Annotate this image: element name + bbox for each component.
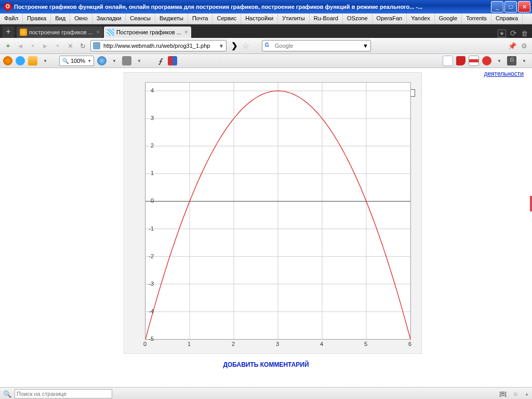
globe-icon[interactable] (16, 56, 25, 65)
settings-gear-icon[interactable]: ⚙ (520, 41, 529, 50)
chart-svg (145, 83, 410, 339)
search-icon: 🔍 (3, 390, 11, 398)
opera-download-icon[interactable] (456, 56, 466, 65)
menu-google[interactable]: Google (435, 14, 462, 24)
url-field[interactable]: ▼ (90, 40, 227, 51)
toolbar-dropdown[interactable]: ▼ (135, 56, 144, 65)
toolbar-dropdown[interactable]: ▼ (41, 56, 50, 65)
bookmark-star-icon[interactable]: ★ (498, 30, 506, 37)
site-icon (93, 42, 100, 49)
reload-button[interactable]: ↻ (78, 41, 87, 50)
menu-вид[interactable]: Вид (51, 14, 70, 24)
smiley-icon[interactable]: ☺ (513, 391, 518, 397)
search-dropdown-icon[interactable]: ▼ (363, 43, 368, 49)
magnifier-icon: 🔍 (62, 58, 69, 64)
minimize-button[interactable]: _ (491, 1, 503, 12)
maximize-button[interactable]: □ (504, 1, 517, 12)
tab-label: Построение графиков ... (116, 29, 181, 35)
trash-icon[interactable]: 🗑 (521, 30, 528, 37)
pin-icon[interactable]: 📌 (508, 42, 516, 50)
forward-button[interactable]: ► (41, 41, 50, 50)
url-dropdown-icon[interactable]: ▼ (219, 43, 224, 49)
printer-icon[interactable]: ⎙ (507, 56, 516, 65)
go-button[interactable]: ❯ (230, 41, 239, 50)
menu-ru-board[interactable]: Ru-Board (310, 14, 343, 24)
menu-закладки[interactable]: Закладки (92, 14, 126, 24)
folder-icon[interactable] (28, 56, 37, 65)
menu-сеансы[interactable]: Сеансы (126, 14, 155, 24)
favorite-star-icon[interactable]: ☆ (242, 41, 249, 51)
y-tick: 4 (151, 87, 154, 94)
grid-icon[interactable] (122, 56, 131, 65)
tab-close-icon[interactable]: × (96, 29, 100, 36)
menu-yandex[interactable]: Yandex (407, 14, 435, 24)
find-input[interactable] (15, 389, 112, 398)
toolbar-dropdown[interactable]: ▼ (495, 56, 504, 65)
y-tick: -4 (149, 308, 154, 314)
secondary-toolbar: ▼ 🔍 100% ▼ ▼ ▼ ⨍ ▼ ⎙ ▼ (0, 54, 532, 68)
tab-active[interactable]: Построение графиков ... × (104, 26, 191, 38)
forward-dropdown[interactable]: ▼ (53, 41, 62, 50)
x-tick: 4 (320, 341, 323, 347)
indicator-badge[interactable]: [В] (499, 391, 506, 397)
world-icon[interactable] (97, 56, 107, 65)
menu-operafan[interactable]: OperaFan (373, 14, 407, 24)
menu-bar: ФайлПравкаВидОкноЗакладкиСеансыВиджетыПо… (0, 14, 532, 24)
lightning-icon[interactable]: ⨍ (155, 56, 165, 65)
search-field[interactable]: ▼ (262, 40, 371, 51)
menu-файл[interactable]: Файл (0, 14, 23, 24)
flag-icon[interactable] (168, 56, 177, 65)
toolbar-dropdown[interactable]: ▼ (110, 56, 119, 65)
flag2-icon[interactable] (469, 56, 479, 66)
toolbar-dropdown[interactable]: ▼ (520, 56, 529, 65)
x-tick: 2 (232, 341, 235, 347)
tab-bar: + построение графиков ... × Построение г… (0, 24, 532, 38)
chart-container: -5-4-3-2-101234 0123456 (124, 72, 422, 354)
tab-close-icon[interactable]: × (184, 29, 188, 36)
menu-oszone[interactable]: OSzone (343, 14, 373, 24)
url-input[interactable] (102, 42, 219, 49)
menu-правка[interactable]: Правка (23, 14, 51, 24)
firefox-icon[interactable] (3, 56, 12, 65)
menu-виджеты[interactable]: Виджеты (155, 14, 188, 24)
menu-torrents[interactable]: Torrents (462, 14, 491, 24)
tab-favicon (107, 29, 114, 36)
menu-сервис[interactable]: Сервис (212, 14, 241, 24)
plot-area (145, 82, 411, 340)
menu-настройки[interactable]: Настройки (241, 14, 278, 24)
zoom-control[interactable]: 🔍 100% ▼ (59, 56, 94, 66)
x-tick: 5 (364, 341, 367, 347)
app-icon: O (4, 3, 12, 11)
side-link[interactable]: деятельности (484, 70, 524, 77)
window-titlebar: O Построение графиков функций онлайн, он… (0, 0, 532, 14)
note-icon[interactable] (443, 56, 453, 66)
expand-icon[interactable]: ▲ (525, 392, 529, 396)
menu-справка[interactable]: Справка (491, 14, 523, 24)
back-dropdown[interactable]: ▼ (28, 41, 37, 50)
add-comment-link[interactable]: ДОБАВИТЬ КОММЕНТАРИЙ (0, 361, 532, 368)
new-tab-button[interactable]: + (2, 26, 15, 38)
y-tick: 2 (151, 142, 154, 149)
wand-icon[interactable]: ✦ (3, 41, 12, 50)
menu-почта[interactable]: Почта (188, 14, 213, 24)
y-tick: 1 (151, 170, 154, 176)
y-tick: -2 (149, 253, 154, 259)
google-icon (264, 42, 272, 49)
x-tick: 3 (276, 341, 279, 347)
y-tick: -3 (149, 281, 154, 287)
search-input[interactable] (274, 42, 363, 49)
stop-button[interactable]: ✕ (65, 41, 75, 50)
tab-inactive[interactable]: построение графиков ... × (17, 26, 103, 38)
zoom-dropdown-icon[interactable]: ▼ (87, 59, 91, 63)
close-button[interactable]: ✕ (518, 1, 530, 12)
menu-утилиты[interactable]: Утилиты (278, 14, 310, 24)
find-in-page-bar: 🔍 [В] ☺ ▲ (0, 387, 532, 399)
page-content: деятельности -5-4-3-2-101234 0123456 ДОБ… (0, 68, 532, 387)
back-button[interactable]: ◄ (16, 41, 25, 50)
sync-icon[interactable]: ⟳ (510, 29, 517, 38)
opera-icon[interactable] (482, 56, 491, 65)
x-tick: 1 (188, 341, 191, 347)
menu-окно[interactable]: Окно (70, 14, 92, 24)
window-title: Построение графиков функций онлайн, онла… (14, 4, 490, 10)
tab-label: построение графиков ... (29, 29, 93, 35)
